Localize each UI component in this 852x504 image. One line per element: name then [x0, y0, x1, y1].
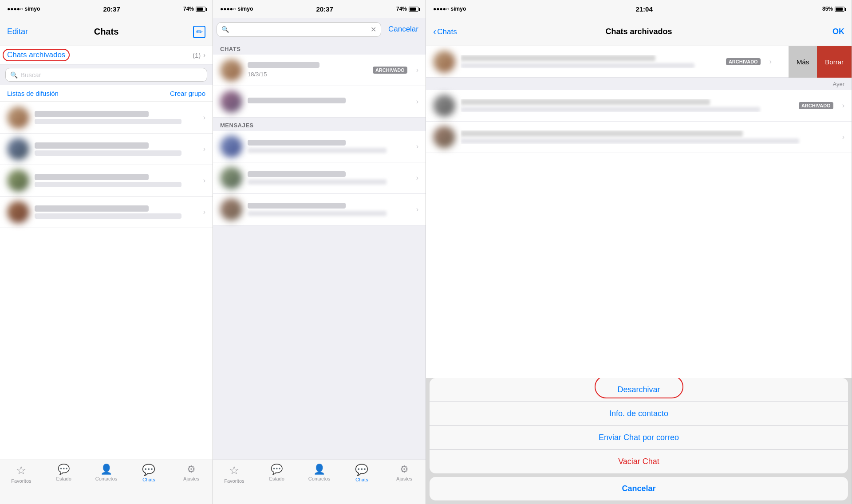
- action-cancel-button[interactable]: Cancelar: [430, 477, 848, 500]
- archived-text: Chats archivados: [7, 51, 65, 59]
- status-bar-2: ●●●●○ simyo 20:37 74%: [213, 0, 426, 18]
- result-name-msg-2: [248, 171, 346, 177]
- tab-estado-1[interactable]: 💬 Estado: [43, 464, 85, 481]
- chevron-icon-1: ›: [203, 114, 205, 122]
- arch-name-2: [461, 99, 710, 105]
- crear-grupo-link[interactable]: Crear grupo: [170, 90, 205, 97]
- chats-label-2: Chats: [355, 477, 368, 482]
- chat-preview-3: [35, 182, 181, 187]
- arch-preview-3: [461, 138, 799, 144]
- search-input-2[interactable]: [232, 26, 369, 33]
- result-preview-msg-1: [248, 148, 387, 153]
- archived-chat-item-2[interactable]: ARCHIVADO ›: [426, 90, 852, 122]
- chat-item-2[interactable]: ›: [0, 134, 213, 165]
- tab-estado-2[interactable]: 💬 Estado: [256, 464, 298, 481]
- search-result-chats-2[interactable]: ›: [213, 86, 426, 118]
- tab-ajustes-1[interactable]: ⚙ Ajustes: [170, 464, 213, 481]
- chats-label-1: Chats: [142, 477, 155, 482]
- tab-chats-1[interactable]: 💬 Chats: [127, 464, 170, 482]
- status-bar-1: ●●●●○ simyo 20:37 74%: [0, 0, 213, 18]
- favoritos-icon-2: ☆: [229, 464, 239, 477]
- tab-favoritos-2[interactable]: ☆ Favoritos: [213, 464, 256, 484]
- arch-chat-info-1: [461, 55, 721, 68]
- chat-item-3[interactable]: ›: [0, 165, 213, 197]
- avatar-4: [7, 201, 29, 223]
- result-name-2: [248, 98, 346, 103]
- battery-2: 74%: [396, 6, 418, 12]
- arch-chevron-1: ›: [769, 58, 772, 66]
- result-info-1: 18/3/15: [248, 62, 367, 78]
- avatar-msg-1: [220, 135, 242, 158]
- search-input[interactable]: [20, 71, 202, 79]
- ok-button[interactable]: OK: [832, 27, 844, 36]
- avatar-result-2: [220, 91, 242, 113]
- tab-chats-2[interactable]: 💬 Chats: [340, 464, 383, 482]
- compose-button[interactable]: ✏: [193, 26, 205, 38]
- favoritos-label-2: Favoritos: [224, 478, 244, 484]
- enviar-chat-action[interactable]: Enviar Chat por correo: [430, 426, 848, 450]
- panel-search: ●●●●○ simyo 20:37 74% 🔍 ✕ Cancelar CHATS…: [213, 0, 426, 504]
- desarchivar-action[interactable]: Desarchivar: [430, 378, 848, 402]
- search-wrap-2: 🔍 ✕: [217, 22, 381, 37]
- search-result-msg-2[interactable]: ›: [213, 162, 426, 194]
- chat-info-1: [35, 111, 198, 124]
- vaciar-chat-label: Vaciar Chat: [618, 457, 659, 466]
- estado-label: Estado: [56, 476, 71, 481]
- estado-icon: 💬: [58, 464, 70, 475]
- info-contacto-action[interactable]: Info. de contacto: [430, 402, 848, 426]
- back-label: Chats: [437, 28, 457, 36]
- arch-name-3: [461, 130, 743, 137]
- search-result-msg-1[interactable]: ›: [213, 131, 426, 162]
- chat-name-2: [35, 142, 149, 149]
- mas-button[interactable]: Más: [789, 46, 817, 78]
- section-chats-label: CHATS: [220, 46, 241, 52]
- tab-contactos-2[interactable]: 👤 Contactos: [298, 464, 341, 481]
- borrar-button[interactable]: Borrar: [817, 46, 852, 78]
- info-contacto-label: Info. de contacto: [609, 409, 668, 418]
- status-bar-3: ●●●●○ simyo 21:04 85%: [426, 0, 852, 18]
- ajustes-icon: ⚙: [187, 464, 196, 475]
- search-bar-2-area: 🔍 ✕ Cancelar: [213, 18, 426, 41]
- tab-bar-1: ☆ Favoritos 💬 Estado 👤 Contactos 💬 Chats…: [0, 460, 213, 504]
- enviar-chat-label: Enviar Chat por correo: [599, 433, 679, 442]
- cancel-search-button[interactable]: Cancelar: [385, 21, 422, 37]
- archived-chat-item-3[interactable]: ›: [426, 122, 852, 153]
- search-result-chats-1[interactable]: 18/3/15 ARCHIVADO ›: [213, 55, 426, 86]
- nav-bar-3: ‹ Chats Chats archivados OK: [426, 18, 852, 46]
- archived-chat-item-1[interactable]: ARCHIVADO ›: [426, 46, 852, 78]
- nav-title-1: Chats: [94, 27, 119, 37]
- clear-search-button[interactable]: ✕: [371, 25, 376, 34]
- chat-item-1[interactable]: ›: [0, 102, 213, 134]
- archived-nav-title: Chats archivados: [605, 27, 672, 36]
- chevron-icon-4: ›: [203, 208, 205, 216]
- favoritos-label: Favoritos: [11, 478, 31, 484]
- edit-button[interactable]: Editar: [7, 27, 28, 36]
- section-mensajes-label: MENSAJES: [220, 122, 254, 129]
- chat-info-3: [35, 174, 198, 187]
- archived-chats-row[interactable]: Chats archivados (1) ›: [0, 46, 213, 64]
- tab-contactos-1[interactable]: 👤 Contactos: [85, 464, 128, 481]
- search-wrap: 🔍: [5, 68, 207, 82]
- result-name-msg-1: [248, 140, 346, 146]
- vaciar-chat-action[interactable]: Vaciar Chat: [430, 450, 848, 473]
- search-result-msg-3[interactable]: ›: [213, 194, 426, 225]
- back-to-chats-button[interactable]: ‹ Chats: [433, 26, 457, 38]
- panel-chats-main: ●●●●○ simyo 20:37 74% Editar Chats ✏ Cha…: [0, 0, 213, 504]
- archived-badge-1: ARCHIVADO: [373, 67, 407, 74]
- archived-chevron-icon: ›: [203, 51, 205, 59]
- signal-1: ●●●●○ simyo: [7, 6, 40, 12]
- result-chevron-msg-1: ›: [416, 142, 418, 150]
- chevron-icon-2: ›: [203, 145, 205, 153]
- avatar-1: [7, 106, 29, 129]
- listas-difusion-link[interactable]: Listas de difusión: [7, 90, 59, 97]
- chat-item-4[interactable]: ›: [0, 197, 213, 228]
- result-preview-msg-2: [248, 179, 387, 185]
- time-2: 20:37: [316, 5, 333, 13]
- arch-badge-1: ARCHIVADO: [726, 58, 761, 65]
- panel-archived: ●●●●○ simyo 21:04 85% ‹ Chats Chats arch…: [426, 0, 852, 504]
- result-info-msg-1: [248, 140, 411, 153]
- chat-name-3: [35, 174, 149, 180]
- tab-ajustes-2[interactable]: ⚙ Ajustes: [383, 464, 426, 481]
- tab-favoritos-1[interactable]: ☆ Favoritos: [0, 464, 43, 484]
- chat-name-1: [35, 111, 149, 117]
